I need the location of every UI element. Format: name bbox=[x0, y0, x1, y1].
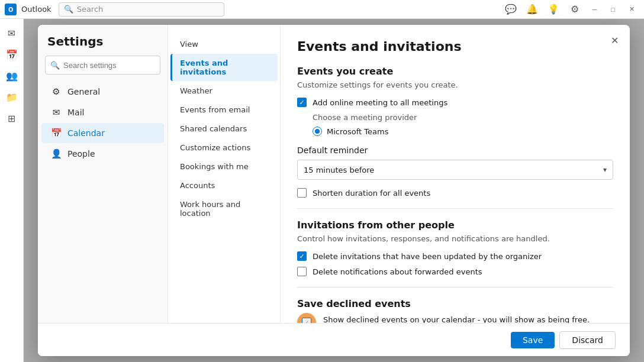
settings-nav-mail[interactable]: ✉ Mail bbox=[41, 102, 164, 122]
settings-search-input[interactable] bbox=[63, 61, 163, 70]
provider-group: Choose a meeting provider Microsoft Team… bbox=[313, 113, 613, 136]
shorten-duration-row: Shorten duration for all events bbox=[297, 188, 613, 198]
sidebar-icon-files[interactable]: 📁 bbox=[2, 88, 21, 106]
invitations-title: Invitations from other people bbox=[297, 219, 613, 231]
svg-text:O: O bbox=[8, 7, 14, 13]
middle-nav-weather-label: Weather bbox=[180, 86, 212, 95]
settings-left-panel: Settings 🔍 ⚙ General ✉ Mail bbox=[38, 25, 168, 356]
settings-modal: ✕ Settings 🔍 ⚙ General ✉ Mail bbox=[38, 25, 630, 356]
sidebar-icon-people[interactable]: 👥 bbox=[2, 66, 21, 85]
reminder-dropdown[interactable]: 15 minutes before ▾ bbox=[297, 160, 613, 180]
shorten-duration-label: Shorten duration for all events bbox=[313, 189, 430, 198]
search-icon: 🔍 bbox=[50, 61, 60, 70]
sidebar-icons: ✉ 📅 👥 📁 ⊞ bbox=[0, 19, 24, 362]
middle-nav-shared[interactable]: Shared calendars bbox=[170, 119, 278, 138]
settings-nav-calendar-label: Calendar bbox=[67, 128, 105, 138]
bell-icon[interactable]: 🔔 bbox=[524, 1, 540, 18]
middle-nav-work-hours[interactable]: Work hours and location bbox=[170, 195, 278, 222]
chat-icon[interactable]: 💬 bbox=[503, 1, 519, 18]
choose-provider-label: Choose a meeting provider bbox=[313, 113, 613, 122]
teams-radio-label: Microsoft Teams bbox=[327, 127, 388, 136]
app-name: Outlook bbox=[21, 5, 51, 14]
delete-forwarded-label: Delete notifications about forwarded eve… bbox=[313, 267, 482, 276]
modal-footer: Save Discard bbox=[38, 323, 630, 356]
settings-nav-mail-label: Mail bbox=[67, 108, 84, 117]
middle-nav-events[interactable]: Events and invitations bbox=[170, 54, 278, 81]
titlebar: O Outlook 🔍 Search 💬 🔔 💡 ⚙ ─ □ ✕ bbox=[0, 0, 644, 19]
middle-nav-events-from-email[interactable]: Events from email bbox=[170, 101, 278, 119]
teams-radio-row: Microsoft Teams bbox=[313, 127, 613, 136]
modal-overlay: ✕ Settings 🔍 ⚙ General ✉ Mail bbox=[24, 19, 644, 362]
content-area: ✕ Settings 🔍 ⚙ General ✉ Mail bbox=[24, 19, 644, 362]
delete-updated-label: Delete invitations that have been update… bbox=[313, 252, 542, 261]
search-placeholder: Search bbox=[77, 5, 104, 14]
settings-nav-general[interactable]: ⚙ General bbox=[41, 82, 164, 102]
middle-nav-events-label: Events and invitations bbox=[180, 59, 268, 76]
outlook-logo: O bbox=[5, 4, 17, 15]
add-online-meeting-label: Add online meeting to all meetings bbox=[313, 98, 447, 107]
main-layout: ✉ 📅 👥 📁 ⊞ ✕ Settings 🔍 bbox=[0, 19, 644, 362]
delete-forwarded-row: Delete notifications about forwarded eve… bbox=[297, 267, 613, 276]
radio-dot bbox=[315, 129, 320, 134]
close-button[interactable]: ✕ bbox=[624, 1, 639, 18]
save-button[interactable]: Save bbox=[511, 332, 555, 348]
middle-nav-accounts-label: Accounts bbox=[180, 181, 215, 190]
calendar-icon: 📅 bbox=[51, 128, 62, 138]
save-declined-title: Save declined events bbox=[297, 298, 613, 309]
titlebar-search[interactable]: 🔍 Search bbox=[59, 2, 224, 17]
middle-nav-view-label: View bbox=[180, 40, 198, 49]
mail-icon: ✉ bbox=[51, 107, 62, 118]
middle-nav-customize[interactable]: Customize actions bbox=[170, 138, 278, 157]
middle-nav-events-from-email-label: Events from email bbox=[180, 105, 250, 114]
delete-updated-row: ✓ Delete invitations that have been upda… bbox=[297, 251, 613, 261]
delete-updated-checkbox[interactable]: ✓ bbox=[297, 251, 307, 261]
middle-nav-customize-label: Customize actions bbox=[180, 143, 250, 152]
middle-nav-work-hours-label: Work hours and location bbox=[180, 200, 268, 218]
middle-nav-shared-label: Shared calendars bbox=[180, 124, 247, 133]
teams-radio-button[interactable] bbox=[313, 127, 322, 136]
sidebar-icon-mail[interactable]: ✉ bbox=[2, 24, 21, 43]
settings-nav-people-label: People bbox=[67, 149, 95, 159]
maximize-button[interactable]: □ bbox=[606, 1, 620, 18]
sidebar-icon-apps[interactable]: ⊞ bbox=[2, 109, 21, 128]
section-divider bbox=[297, 208, 613, 209]
search-icon: 🔍 bbox=[64, 5, 73, 14]
invitations-desc: Control how invitations, responses, and … bbox=[297, 234, 613, 243]
reminder-value: 15 minutes before bbox=[304, 166, 374, 174]
bulb-icon[interactable]: 💡 bbox=[545, 1, 562, 18]
section-divider-2 bbox=[297, 287, 613, 287]
add-online-meeting-row: ✓ Add online meeting to all meetings bbox=[297, 98, 613, 107]
settings-nav-calendar[interactable]: 📅 Calendar bbox=[41, 123, 164, 143]
settings-nav-general-label: General bbox=[67, 87, 100, 96]
chevron-down-icon: ▾ bbox=[603, 166, 607, 174]
minimize-button[interactable]: ─ bbox=[588, 1, 602, 18]
default-reminder-label: Default reminder bbox=[297, 146, 613, 155]
general-icon: ⚙ bbox=[51, 86, 62, 97]
sidebar-icon-calendar[interactable]: 📅 bbox=[2, 45, 21, 64]
people-icon: 👤 bbox=[51, 148, 62, 159]
middle-nav-view[interactable]: View bbox=[170, 35, 278, 53]
events-create-title: Events you create bbox=[297, 66, 613, 77]
middle-nav-accounts[interactable]: Accounts bbox=[170, 176, 278, 195]
shorten-duration-checkbox[interactable] bbox=[297, 188, 307, 198]
delete-forwarded-checkbox[interactable] bbox=[297, 267, 307, 276]
settings-main-content: Events and invitations Events you create… bbox=[281, 25, 630, 356]
check-icon: ✓ bbox=[299, 99, 304, 106]
settings-icon[interactable]: ⚙ bbox=[566, 1, 583, 18]
settings-nav-people[interactable]: 👤 People bbox=[41, 144, 164, 164]
add-online-meeting-checkbox[interactable]: ✓ bbox=[297, 98, 307, 107]
middle-nav-weather[interactable]: Weather bbox=[170, 82, 278, 100]
check-icon-2: ✓ bbox=[299, 253, 304, 260]
settings-search-box[interactable]: 🔍 bbox=[45, 56, 160, 75]
settings-title: Settings bbox=[38, 34, 168, 56]
titlebar-actions: 💬 🔔 💡 ⚙ ─ □ ✕ bbox=[503, 1, 639, 18]
page-title: Events and invitations bbox=[297, 39, 613, 54]
settings-middle-panel: View Events and invitations Weather Even… bbox=[168, 25, 281, 356]
middle-nav-bookings[interactable]: Bookings with me bbox=[170, 157, 278, 176]
middle-nav-bookings-label: Bookings with me bbox=[180, 162, 249, 171]
discard-button[interactable]: Discard bbox=[559, 331, 616, 349]
events-create-desc: Customize settings for events you create… bbox=[297, 80, 613, 89]
